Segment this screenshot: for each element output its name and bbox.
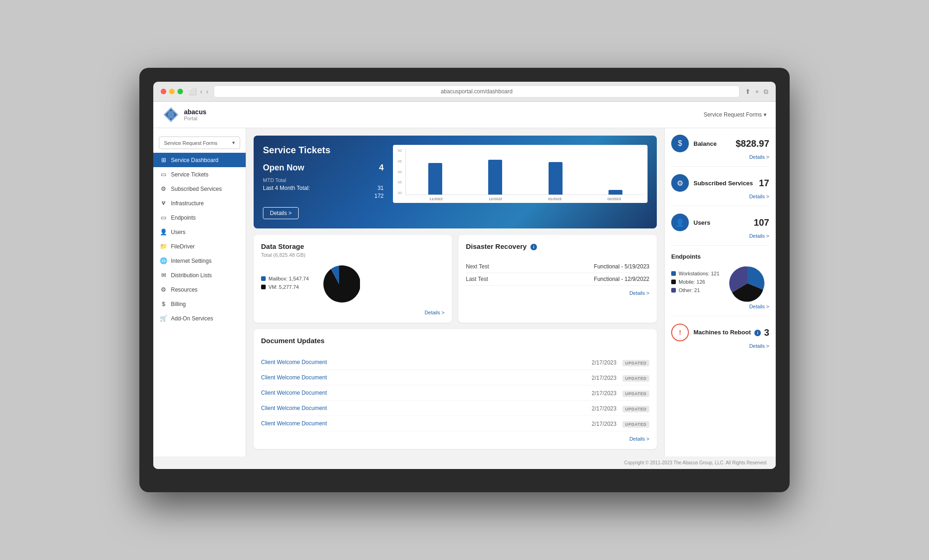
dr-last-test-label: Last Test [466, 276, 488, 282]
legend-workstations: Workstations: 121 [671, 271, 720, 276]
balance-details-link[interactable]: Details > [671, 154, 769, 160]
x-label-jan: 01/2023 [526, 197, 583, 201]
doc-link-1[interactable]: Client Welcome Document [261, 374, 327, 381]
doc-updates-title: Document Updates [261, 337, 649, 345]
traffic-lights [161, 89, 183, 94]
doc-row-0: Client Welcome Document 2/17/2023 UPDATE… [261, 355, 649, 370]
endpoints-header: Endpoints [671, 253, 769, 260]
vm-dot [261, 285, 266, 289]
ticket-icon: ▭ [160, 171, 167, 178]
service-tickets-details-button[interactable]: Details > [263, 207, 299, 219]
last4-label: Last 4 Month Total: [263, 185, 310, 191]
billing-icon: $ [160, 300, 167, 307]
legend-mailbox: Mailbox: 1,547.74 [261, 276, 309, 281]
users-details-link[interactable]: Details > [671, 233, 769, 239]
sidebar-item-infrastructure[interactable]: ⛛ Infrastructure [153, 196, 246, 210]
bar-nov2022 [408, 163, 463, 195]
hero-left: Service Tickets Open Now 4 MTD Total Las… [263, 145, 384, 219]
sidebar-dropdown[interactable]: Service Request Forms ▾ [159, 137, 240, 149]
service-tickets-hero: Service Tickets Open Now 4 MTD Total Las… [254, 136, 657, 228]
forward-button[interactable]: › [206, 88, 209, 95]
doc-row-2: Client Welcome Document 2/17/2023 UPDATE… [261, 385, 649, 401]
content-area: Service Tickets Open Now 4 MTD Total Las… [246, 128, 664, 456]
sidebar-item-label: Subscribed Services [171, 186, 222, 192]
sidebar-item-service-tickets[interactable]: ▭ Service Tickets [153, 167, 246, 182]
sidebar-item-distribution-lists[interactable]: ✉ Distribution Lists [153, 268, 246, 282]
mobile-label: Mobile: 126 [679, 279, 705, 285]
url-bar[interactable]: abacusportal.com/dashboard [214, 85, 739, 98]
brand-name: abacus [184, 108, 206, 116]
data-storage-card: Data Storage Total (6,825.48 GB) Mailbox… [254, 235, 452, 323]
subscribed-services-card: ⚙ Subscribed Services 17 Details > [671, 174, 769, 206]
workstations-dot [671, 271, 676, 276]
doc-date-3: 2/17/2023 [592, 405, 616, 412]
subscribed-services-details-link[interactable]: Details > [671, 194, 769, 199]
sidebar-item-filedriver[interactable]: 📁 FileDriver [153, 239, 246, 254]
maximize-button[interactable] [177, 89, 183, 94]
dr-last-test-row: Last Test Functional - 12/9/2022 [466, 273, 649, 286]
x-label-dec: 12/2022 [467, 197, 524, 201]
new-tab-icon[interactable]: + [755, 88, 759, 96]
users-label: Users [693, 219, 710, 226]
close-button[interactable] [161, 89, 166, 94]
doc-link-0[interactable]: Client Welcome Document [261, 359, 327, 365]
back-button[interactable]: ‹ [200, 88, 203, 95]
balance-value: $828.97 [736, 138, 769, 149]
copy-icon[interactable]: ⧉ [764, 88, 768, 96]
folder-icon: 📁 [160, 243, 167, 250]
doc-badge-1: UPDATED [622, 375, 649, 382]
machines-details-link[interactable]: Details > [671, 343, 769, 349]
dr-details-link[interactable]: Details > [466, 290, 649, 296]
bar-dec2022-bar [488, 160, 502, 195]
open-now-label: Open Now [263, 163, 304, 173]
minimize-button[interactable] [169, 89, 175, 94]
sidebar-item-label: Infrastructure [171, 200, 204, 207]
sidebar-item-add-on-services[interactable]: 🛒 Add-On Services [153, 311, 246, 326]
subscribed-services-header: ⚙ Subscribed Services 17 [671, 174, 769, 192]
sidebar-item-subscribed-services[interactable]: ⚙ Subscribed Services [153, 182, 246, 196]
doc-link-4[interactable]: Client Welcome Document [261, 420, 327, 427]
doc-link-2[interactable]: Client Welcome Document [261, 390, 327, 396]
machines-value: 3 [764, 327, 769, 338]
sidebar-item-label: Users [171, 229, 185, 235]
sidebar-item-users[interactable]: 👤 Users [153, 225, 246, 239]
service-request-dropdown[interactable]: Service Request Forms ▾ [704, 111, 766, 118]
last4-row: 172 [263, 193, 384, 199]
sidebar-item-service-dashboard[interactable]: ⊞ Service Dashboard [153, 153, 246, 167]
mailbox-label: Mailbox: 1,547.74 [268, 276, 309, 281]
document-updates-card: Document Updates Client Welcome Document… [254, 329, 657, 449]
sidebar-item-label: Service Dashboard [171, 157, 218, 163]
reboot-info-icon: i [754, 330, 761, 336]
doc-badge-4: UPDATED [622, 421, 649, 428]
endpoints-label: Endpoints [671, 253, 701, 260]
other-dot [671, 288, 676, 293]
sidebar-item-resources[interactable]: ⚙ Resources [153, 282, 246, 297]
subscribed-services-value: 17 [759, 178, 769, 189]
subscribed-services-label: Subscribed Services [693, 180, 753, 187]
endpoints-legend: Workstations: 121 Mobile: 126 Other: 21 [671, 271, 720, 296]
legend-mobile: Mobile: 126 [671, 279, 720, 285]
hero-stats: MTD Total Last 4 Month Total: 31 172 [263, 177, 384, 199]
endpoints-details-link[interactable]: Details > [671, 304, 769, 309]
data-storage-details-link[interactable]: Details > [261, 310, 445, 315]
mail-icon: ✉ [160, 272, 167, 279]
monitor-icon: ▭ [160, 214, 167, 221]
bars-area [406, 149, 643, 195]
doc-link-3[interactable]: Client Welcome Document [261, 405, 327, 411]
sidebar-item-billing[interactable]: $ Billing [153, 297, 246, 311]
legend-vm: VM: 5,277.74 [261, 284, 309, 290]
dr-last-test-value: Functional - 12/9/2022 [594, 276, 649, 282]
hero-open-now: Open Now 4 [263, 163, 384, 173]
sidebar-item-internet-settings[interactable]: 🌐 Internet Settings [153, 254, 246, 268]
share-icon[interactable]: ⬆ [745, 88, 751, 96]
sidebar-item-label: Resources [171, 287, 197, 293]
sidebar-item-endpoints[interactable]: ▭ Endpoints [153, 210, 246, 225]
machines-label: Machines to Reboot i [693, 329, 761, 336]
x-label-nov: 11/2022 [407, 197, 465, 201]
balance-header: $ Balance $828.97 [671, 135, 769, 152]
right-panel: $ Balance $828.97 Details > ⚙ Subscribed… [664, 128, 776, 456]
doc-updates-details-link[interactable]: Details > [261, 436, 649, 442]
dropdown-text: Service Request Forms [164, 140, 217, 146]
balance-left: $ Balance [671, 135, 717, 152]
sidebar-item-label: Distribution Lists [171, 272, 212, 279]
